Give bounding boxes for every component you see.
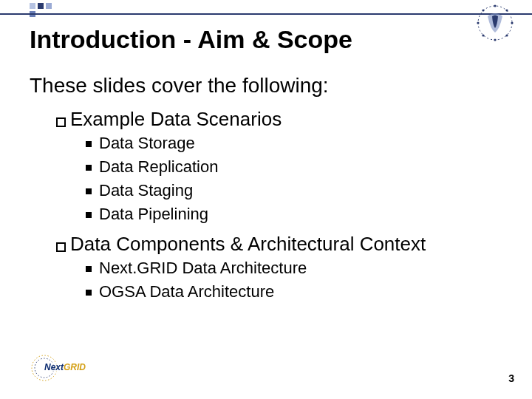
svg-point-5	[494, 38, 496, 41]
hollow-bullet-icon	[56, 242, 66, 252]
solid-bullet-icon	[86, 266, 92, 272]
svg-point-8	[482, 9, 484, 11]
footer-brand-left: Next	[44, 362, 64, 372]
footer-brand-right: GRID	[64, 362, 86, 372]
solid-bullet-icon	[86, 165, 92, 171]
svg-point-6	[482, 34, 484, 36]
svg-point-1	[494, 4, 496, 7]
list-item: Data Pipelining	[86, 205, 502, 224]
svg-point-7	[477, 21, 479, 24]
solid-bullet-icon	[86, 290, 92, 296]
solid-bullet-icon	[86, 188, 92, 194]
header-accent-dots	[30, 3, 52, 17]
page-number: 3	[508, 372, 514, 384]
list-item: Data Storage	[86, 134, 502, 153]
section-heading-text: Example Data Scenarios	[70, 108, 282, 131]
header-rule	[0, 13, 532, 15]
item-text: Next.GRID Data Architecture	[99, 259, 307, 278]
slide-title: Introduction - Aim & Scope	[30, 25, 352, 54]
item-text: Data Replication	[99, 157, 218, 177]
list-item: Data Replication	[86, 157, 502, 177]
section-1: Data Components & Architectural Context …	[56, 233, 502, 301]
svg-point-4	[505, 34, 508, 36]
section-1-items: Next.GRID Data Architecture OGSA Data Ar…	[86, 259, 502, 301]
item-text: OGSA Data Architecture	[99, 282, 274, 301]
solid-bullet-icon	[86, 212, 92, 218]
section-0-heading: Example Data Scenarios	[56, 108, 502, 131]
nextgrid-logo: NextGRID	[25, 352, 92, 384]
section-1-heading: Data Components & Architectural Context	[56, 233, 502, 256]
eu-stars-logo	[471, 1, 519, 44]
item-text: Data Pipelining	[99, 205, 208, 224]
svg-point-2	[505, 9, 508, 11]
section-0-items: Data Storage Data Replication Data Stagi…	[86, 134, 502, 224]
list-item: Data Staging	[86, 181, 502, 200]
lead-text: These slides cover the following:	[30, 74, 502, 98]
hollow-bullet-icon	[56, 117, 66, 127]
list-item: OGSA Data Architecture	[86, 282, 502, 301]
svg-point-3	[511, 21, 513, 24]
item-text: Data Staging	[99, 181, 193, 200]
section-heading-text: Data Components & Architectural Context	[70, 233, 426, 256]
section-0: Example Data Scenarios Data Storage Data…	[56, 108, 502, 224]
item-text: Data Storage	[99, 134, 195, 153]
solid-bullet-icon	[86, 141, 92, 147]
slide-body: These slides cover the following: Exampl…	[30, 74, 502, 310]
list-item: Next.GRID Data Architecture	[86, 259, 502, 278]
